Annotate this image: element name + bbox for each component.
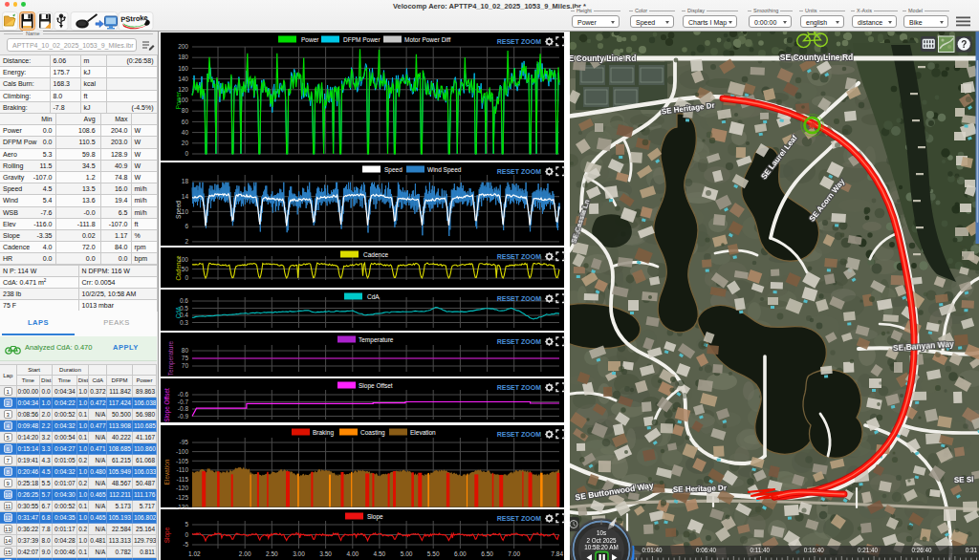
svg-text:Temperature: Temperature xyxy=(359,336,394,344)
svg-text:Power: Power xyxy=(175,91,182,109)
svg-text:40: 40 xyxy=(182,129,189,136)
svg-text:Speed: Speed xyxy=(384,166,402,174)
svg-text:140: 140 xyxy=(178,75,188,82)
svg-text:-0.7: -0.7 xyxy=(178,398,189,405)
svg-text:2.50: 2.50 xyxy=(266,550,278,557)
svg-text:-125: -125 xyxy=(176,494,188,501)
svg-text:70: 70 xyxy=(182,362,189,369)
svg-text:Braking: Braking xyxy=(313,429,334,437)
svg-text:0: 0 xyxy=(185,150,188,157)
svg-text:RESET ZOOM: RESET ZOOM xyxy=(497,384,541,391)
svg-text:DFPM Power: DFPM Power xyxy=(343,36,381,43)
svg-text:80: 80 xyxy=(182,347,189,354)
svg-text:CdA: CdA xyxy=(367,293,380,300)
svg-text:-0.6: -0.6 xyxy=(178,391,189,398)
svg-text:75: 75 xyxy=(182,355,189,361)
svg-text:Cadence: Cadence xyxy=(363,251,388,258)
svg-text:7.84: 7.84 xyxy=(551,550,563,557)
svg-text:Temperature: Temperature xyxy=(167,340,175,376)
svg-text:160: 160 xyxy=(178,65,188,72)
svg-text:80: 80 xyxy=(182,107,189,114)
svg-text:E County Line Rd: E County Line Rd xyxy=(570,54,636,63)
svg-text:0.3: 0.3 xyxy=(180,319,188,326)
svg-text:0: 0 xyxy=(185,274,188,281)
svg-text:RESET ZOOM: RESET ZOOM xyxy=(497,338,541,345)
svg-text:4.00: 4.00 xyxy=(346,550,359,557)
svg-text:RESET ZOOM: RESET ZOOM xyxy=(497,295,541,302)
svg-text:6.50: 6.50 xyxy=(481,550,493,557)
svg-text:Elevation: Elevation xyxy=(410,429,436,436)
svg-text:1.02: 1.02 xyxy=(188,550,201,557)
svg-text:RESET ZOOM: RESET ZOOM xyxy=(497,38,541,45)
svg-text:5.00: 5.00 xyxy=(401,550,413,557)
svg-text:-5: -5 xyxy=(183,541,188,548)
svg-text:60: 60 xyxy=(182,118,189,125)
svg-text:SE County Line Rd: SE County Line Rd xyxy=(780,53,854,62)
svg-text:-110: -110 xyxy=(176,466,188,473)
svg-text:Slope: Slope xyxy=(367,513,383,521)
svg-text:-0.8: -0.8 xyxy=(178,405,189,412)
svg-text:0:31: 0:31 xyxy=(966,547,978,553)
svg-text:-130: -130 xyxy=(176,504,188,510)
svg-text:CdA: CdA xyxy=(175,306,182,318)
svg-text:3.00: 3.00 xyxy=(293,550,305,557)
svg-text:-105: -105 xyxy=(176,458,188,464)
svg-text:14: 14 xyxy=(182,193,189,200)
svg-text:0:21:40: 0:21:40 xyxy=(858,547,879,553)
svg-text:10s: 10s xyxy=(597,529,606,536)
svg-text:6.00: 6.00 xyxy=(454,550,467,557)
svg-text:0: 0 xyxy=(185,531,188,538)
svg-text:20: 20 xyxy=(182,140,189,146)
svg-text:7.00: 7.00 xyxy=(508,550,520,557)
svg-text:RESET ZOOM: RESET ZOOM xyxy=(497,168,541,175)
svg-text:Slope: Slope xyxy=(163,527,171,543)
svg-text:?: ? xyxy=(961,39,967,50)
svg-text:Power: Power xyxy=(301,36,319,43)
svg-text:4.50: 4.50 xyxy=(374,550,386,557)
svg-text:Coasting: Coasting xyxy=(360,429,385,437)
svg-text:RESET ZOOM: RESET ZOOM xyxy=(497,253,541,260)
svg-text:5.50: 5.50 xyxy=(427,550,440,557)
svg-text:200: 200 xyxy=(178,43,188,50)
svg-text:Motor Power Diff: Motor Power Diff xyxy=(404,36,450,43)
svg-text:2 Oct 2025: 2 Oct 2025 xyxy=(587,537,617,544)
svg-text:180: 180 xyxy=(178,54,188,60)
svg-text:Speed: Speed xyxy=(175,201,183,219)
svg-text:-0.9: -0.9 xyxy=(178,413,189,420)
svg-text:-120: -120 xyxy=(176,485,188,491)
svg-text:Cadence: Cadence xyxy=(175,255,182,280)
svg-text:0:11:40: 0:11:40 xyxy=(751,547,771,553)
svg-text:Elevation: Elevation xyxy=(163,459,170,485)
svg-text:10:58:20 AM: 10:58:20 AM xyxy=(584,544,618,550)
svg-text:0:01:40: 0:01:40 xyxy=(642,547,663,553)
svg-text:Wind Speed: Wind Speed xyxy=(427,166,462,174)
svg-text:0:06:40: 0:06:40 xyxy=(696,547,717,553)
svg-text:-95: -95 xyxy=(180,439,189,445)
svg-text:0:26:40: 0:26:40 xyxy=(911,547,932,553)
svg-text:5: 5 xyxy=(185,521,188,528)
svg-text:Slope Offset: Slope Offset xyxy=(359,382,393,390)
svg-text:50: 50 xyxy=(182,266,189,272)
svg-text:0.6: 0.6 xyxy=(180,297,188,304)
svg-text:10: 10 xyxy=(182,208,189,215)
svg-text:2: 2 xyxy=(185,238,188,245)
svg-text:Slope Offset: Slope Offset xyxy=(163,388,171,422)
svg-text:2.00: 2.00 xyxy=(239,550,251,557)
svg-text:3.50: 3.50 xyxy=(319,550,332,557)
svg-text:RESET ZOOM: RESET ZOOM xyxy=(497,515,541,522)
svg-text:-100: -100 xyxy=(176,448,188,455)
svg-text:RESET ZOOM: RESET ZOOM xyxy=(497,431,541,438)
svg-text:18: 18 xyxy=(182,178,189,184)
svg-text:SE Sl: SE Sl xyxy=(954,475,974,485)
svg-text:6: 6 xyxy=(185,223,188,229)
svg-text:0:16:40: 0:16:40 xyxy=(804,547,825,553)
svg-text:-115: -115 xyxy=(176,476,188,483)
